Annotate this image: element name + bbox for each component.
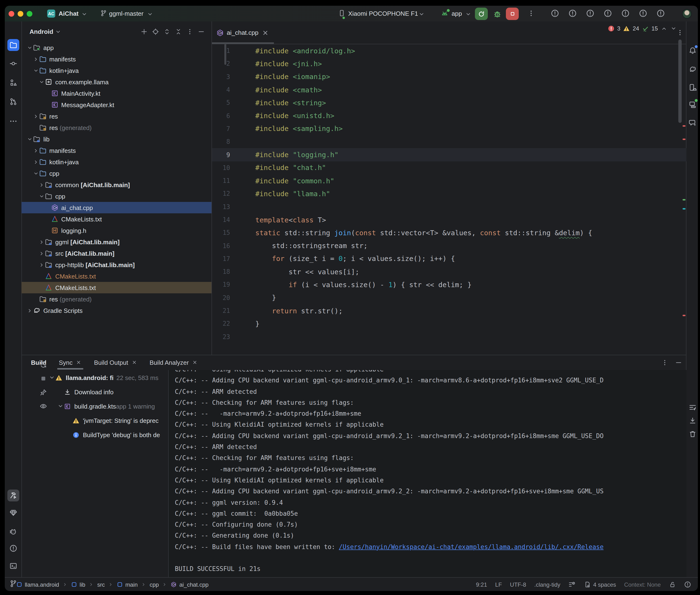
debug-button[interactable] [493, 9, 502, 19]
code-line-12[interactable]: 12#include "llama.h" [212, 188, 687, 200]
tool-strip-project[interactable] [7, 39, 19, 51]
code-line-22[interactable]: 22} [212, 317, 687, 330]
hide-icon[interactable] [675, 359, 682, 366]
hide-icon[interactable] [198, 28, 205, 35]
tree-row-cmakelists-txt[interactable]: CMakeLists.txt [22, 271, 212, 282]
tool-strip-scroll-to-end[interactable] [687, 415, 698, 427]
tool-strip-ai-assistant[interactable] [687, 117, 698, 129]
tree-row-res[interactable]: res (generated) [22, 122, 212, 133]
zoom-window-button[interactable] [27, 11, 32, 17]
code-line-23[interactable]: 23 [212, 330, 687, 343]
code-line-2[interactable]: 2#include <jni.h> [212, 57, 687, 70]
tool-strip-logcat[interactable] [7, 526, 19, 538]
chevron-collapsed-icon[interactable] [38, 182, 45, 188]
chevron-collapsed-icon[interactable] [33, 113, 39, 119]
code-line-17[interactable]: 17 for (size_t i = 0; i < values.size();… [212, 252, 687, 265]
code-line-1[interactable]: 1#include <android/log.h> [212, 44, 687, 57]
sync-device-icon[interactable] [568, 9, 577, 18]
build-output-link[interactable]: /Users/hanyin/Workspace/ai-chat/examples… [339, 543, 604, 550]
code-line-14[interactable]: 14template<class T> [212, 213, 687, 226]
breadcrumb-item[interactable]: lib [71, 581, 85, 588]
chevron-collapsed-icon[interactable] [33, 56, 39, 62]
chevron-expanded-icon[interactable] [27, 136, 33, 142]
code-line-10[interactable]: 10#include "chat.h" [212, 161, 687, 174]
chevron-collapsed-icon[interactable] [38, 262, 45, 268]
tool-strip-more[interactable] [7, 115, 19, 127]
error-stripe-mark[interactable] [682, 125, 685, 127]
close-icon[interactable] [132, 360, 137, 365]
tree-row-app[interactable]: app [22, 42, 212, 53]
tree-row-build-gradle-kts[interactable]: build.gradle.ktsapp 1 warning [22, 399, 168, 413]
breadcrumb-item[interactable]: cpp [149, 581, 159, 588]
tab-ai-chat-cpp[interactable]: ai_chat.cpp [216, 29, 269, 36]
tool-strip-terminal[interactable] [7, 560, 19, 572]
code-line-18[interactable]: 18 str << values[i]; [212, 265, 687, 278]
more-actions-icon[interactable] [527, 9, 535, 17]
tool-strip-build[interactable] [7, 489, 19, 502]
rerun-button[interactable] [475, 8, 488, 20]
close-window-button[interactable] [8, 11, 14, 17]
chevron-expanded-icon[interactable] [38, 193, 45, 199]
search-everywhere-icon[interactable] [639, 9, 647, 18]
code-line-4[interactable]: 4#include <cmath> [212, 83, 687, 96]
error-stripe-mark[interactable] [682, 139, 685, 140]
expand-all-icon[interactable] [163, 28, 171, 35]
branch-selector[interactable]: ggml-master [109, 10, 144, 17]
tree-row-lib[interactable]: lib [22, 133, 212, 145]
build-output-console[interactable]: C/C++: -- Using KleidiAI optimized kerne… [168, 370, 687, 577]
project-selector[interactable]: AiChat [59, 10, 79, 17]
tree-row-manifests[interactable]: manifests [22, 145, 212, 156]
attach-debugger-icon[interactable] [604, 9, 612, 18]
build-tab-build-analyzer[interactable]: Build Analyzer [149, 355, 198, 370]
editor-scrollbar[interactable] [678, 39, 682, 123]
tool-strip-gradle[interactable] [687, 63, 698, 75]
status-item-4-spaces[interactable]: 4 spaces [584, 581, 616, 588]
tree-row-kotlin-java[interactable]: kotlin+java [22, 156, 212, 168]
tree-row-ggml[interactable]: ggml [AiChat.lib.main] [22, 236, 212, 248]
chevron-expanded-icon[interactable] [49, 374, 55, 381]
add-icon[interactable] [141, 28, 148, 35]
tool-strip-structure[interactable] [7, 77, 19, 89]
tree-row-res[interactable]: res (generated) [22, 293, 212, 305]
status-item-utf-8[interactable]: UTF-8 [510, 581, 526, 588]
tree-row-llama-android-fi[interactable]: llama.android: fi22 sec, 583 ms [22, 370, 168, 385]
tree-row-download-info[interactable]: Download info [22, 385, 168, 399]
code-line-7[interactable]: 7#include <sampling.h> [212, 122, 687, 136]
chevron-expanded-icon[interactable] [38, 79, 45, 85]
code-line-5[interactable]: 5#include <string> [212, 96, 687, 109]
minimize-window-button[interactable] [18, 11, 23, 17]
chevron-expanded-icon[interactable] [33, 67, 39, 74]
status-item-context-none[interactable]: Context: None [624, 581, 661, 588]
tree-row-mainactivity-kt[interactable]: MainActivity.kt [22, 88, 212, 99]
device-selector[interactable]: Xiaomi POCOPHONE F1 [348, 10, 418, 17]
tree-row-logging-h[interactable]: logging.h [22, 225, 212, 236]
code-line-6[interactable]: 6#include <unistd.h> [212, 109, 687, 122]
code-area[interactable]: 1#include <android/log.h>2#include <jni.… [212, 44, 687, 355]
status-item[interactable] [669, 581, 676, 588]
tool-strip-pull-requests[interactable] [7, 96, 19, 108]
tool-strip-commit[interactable] [7, 58, 19, 69]
tree-row-com-example-llama[interactable]: com.example.llama [22, 76, 212, 88]
kebab-icon[interactable] [661, 359, 668, 366]
code-line-19[interactable]: 19 if (i < values.size() - 1) { str << d… [212, 278, 687, 291]
breadcrumb-item[interactable]: src [97, 581, 105, 588]
tool-strip-clear[interactable] [687, 428, 698, 440]
tree-row-cpp[interactable]: cpp [22, 168, 212, 179]
locate-icon[interactable] [152, 28, 159, 35]
tree-row-messageadapter-kt[interactable]: MessageAdapter.kt [22, 99, 212, 111]
settings-icon[interactable] [656, 9, 665, 18]
avatar[interactable] [682, 9, 692, 19]
stripe-mark[interactable] [682, 199, 685, 200]
code-line-20[interactable]: 20 } [212, 291, 687, 304]
inspections-widget[interactable]: 3 24 15 [608, 25, 677, 32]
chevron-expanded-icon[interactable] [57, 403, 64, 409]
code-line-21[interactable]: 21 return str.str(); [212, 304, 687, 317]
tool-strip-device-manager[interactable] [687, 98, 698, 111]
tree-row-buildtype-debug-is-both-de[interactable]: BuildType 'debug' is both de [22, 428, 168, 442]
code-line-16[interactable]: 16 std::ostringstream str; [212, 239, 687, 252]
chevron-collapsed-icon[interactable] [38, 239, 45, 245]
status-item[interactable] [568, 581, 576, 588]
status-item[interactable] [684, 581, 691, 588]
close-icon[interactable] [76, 360, 82, 365]
tree-row-gradle-scripts[interactable]: Gradle Scripts [22, 305, 212, 316]
